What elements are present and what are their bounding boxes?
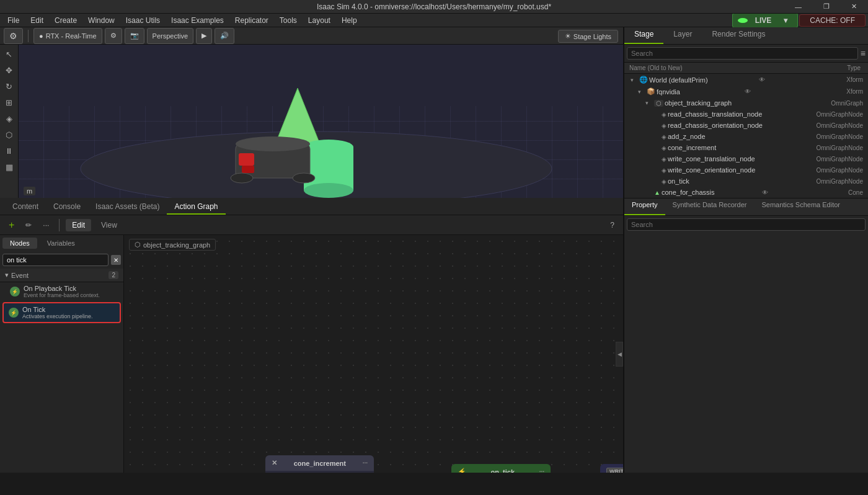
viewport-settings-button[interactable]: ⚙ xyxy=(105,28,122,44)
menu-file[interactable]: File xyxy=(2,15,24,26)
ag-view-tab[interactable]: View xyxy=(95,219,123,231)
property-search-input[interactable] xyxy=(627,218,866,231)
tree-item-write-cone-orientation[interactable]: ◈ write_cone_orientation_node OmniGraphN… xyxy=(624,164,868,176)
ag-canvas[interactable]: ⬡ object_tracking_graph xyxy=(124,235,623,473)
ag-node-on-tick[interactable]: ⚡ On Tick Activates execution pipeline. xyxy=(2,302,121,323)
menu-isaac-examples[interactable]: Isaac Examples xyxy=(166,15,229,26)
node-write-cone-translation[interactable]: WRITE write_cone_translation_node ··· Ex… xyxy=(600,464,623,473)
tree-item-label: on_tick xyxy=(668,177,689,185)
node-cone-increment[interactable]: ✕ cone_increment ··· Value xyxy=(265,455,374,473)
graph-icon: ⬡ xyxy=(135,241,141,249)
stage-lights-button[interactable]: ☀ Stage Lights xyxy=(558,30,618,43)
collapse-sidebar-button[interactable]: ◀ xyxy=(616,342,623,367)
ag-dots-button[interactable]: ··· xyxy=(39,220,53,231)
tab-content[interactable]: Content xyxy=(5,200,46,215)
pause-tool[interactable]: ⏸ xyxy=(2,144,16,158)
viewport: ⚙ ● RTX - Real-Time ⚙ 📷 Perspective ▶ 🔊 xyxy=(0,27,623,198)
tab-render-settings[interactable]: Render Settings xyxy=(702,27,775,44)
maximize-button[interactable]: ❐ xyxy=(812,0,840,13)
camera-button[interactable]: 📷 xyxy=(125,28,144,44)
close-button[interactable]: ✕ xyxy=(840,0,868,13)
tab-isaac-assets[interactable]: Isaac Assets (Beta) xyxy=(88,200,167,215)
visibility-eye[interactable]: 👁 xyxy=(745,88,751,95)
tree-item-write-cone-translation[interactable]: ◈ write_cone_translation_node OmniGraphN… xyxy=(624,153,868,164)
tree-item-label: add_z_node xyxy=(668,133,706,140)
tab-layer[interactable]: Layer xyxy=(663,27,702,44)
perspective-button[interactable]: Perspective xyxy=(147,28,193,44)
ag-add-button[interactable]: + xyxy=(5,218,18,232)
expand-arrow[interactable]: ▾ xyxy=(645,100,653,106)
ag-search-input[interactable] xyxy=(2,254,108,266)
menu-window[interactable]: Window xyxy=(83,15,120,26)
graph-name: object_tracking_graph xyxy=(143,241,210,249)
snap-tool[interactable]: ◈ xyxy=(2,112,16,125)
expand-arrow[interactable]: ▾ xyxy=(631,77,638,83)
viewport-tools-button[interactable]: ⚙ xyxy=(4,28,23,44)
select-tool[interactable]: ↖ xyxy=(2,47,16,61)
tab-semantics-schema[interactable]: Semantics Schema Editor xyxy=(754,198,848,215)
bottom-tabs-bar: Content Console Isaac Assets (Beta) Acti… xyxy=(0,198,623,215)
viewport-toolbar: ⚙ ● RTX - Real-Time ⚙ 📷 Perspective ▶ 🔊 xyxy=(0,27,623,45)
menu-bar: File Edit Create Window Isaac Utils Isaa… xyxy=(0,14,868,27)
tab-property[interactable]: Property xyxy=(624,198,665,215)
ag-node-on-playback-tick[interactable]: ⚡ On Playback Tick Event for frame-based… xyxy=(0,282,123,301)
node-menu[interactable]: ··· xyxy=(363,460,368,466)
rtx-label: RTX - Real-Time xyxy=(46,32,97,40)
visibility-eye[interactable]: 👁 xyxy=(759,76,765,83)
menu-create[interactable]: Create xyxy=(50,15,82,26)
menu-tools[interactable]: Tools xyxy=(275,15,302,26)
menu-help[interactable]: Help xyxy=(337,15,362,26)
tree-item-cone-increment[interactable]: ◈ cone_increment OmniGraphNode xyxy=(624,142,868,153)
tree-header: Name (Old to New) Type xyxy=(624,63,868,74)
visibility-eye[interactable]: 👁 xyxy=(762,189,768,196)
live-chevron[interactable]: ▾ xyxy=(779,15,792,26)
rotate-tool[interactable]: ↻ xyxy=(2,79,16,93)
sidebar-tab-variables[interactable]: Variables xyxy=(40,238,82,249)
tree-item-cone-for-chassis[interactable]: ▲ cone_for_chassis 👁 Cone xyxy=(624,187,868,198)
scale-tool[interactable]: ⊞ xyxy=(2,96,16,109)
ag-category-event[interactable]: ▾ Event 2 xyxy=(0,269,123,282)
tree-item-read-chassis-translation[interactable]: ◈ read_chassis_translation_node OmniGrap… xyxy=(624,109,868,120)
tree-item-on-tick[interactable]: ◈ on_tick OmniGraphNode xyxy=(624,176,868,187)
viewport-extra-button[interactable]: ▶ xyxy=(196,28,212,44)
ag-edit-tab[interactable]: Edit xyxy=(66,219,91,231)
tree-item-fqnvidia[interactable]: ▾ 📦 fqnvidia 👁 Xform xyxy=(624,86,868,97)
ag-help-button[interactable]: ? xyxy=(606,220,618,231)
grid-tool[interactable]: ▦ xyxy=(2,160,16,174)
ag-pencil-button[interactable]: ✏ xyxy=(22,220,35,231)
tree-item-world[interactable]: ▾ 🌐 World (defaultPrim) 👁 Xform xyxy=(624,74,868,86)
stage-search-input[interactable] xyxy=(627,47,858,60)
menu-replicator[interactable]: Replicator xyxy=(230,15,273,26)
minimize-button[interactable]: — xyxy=(784,0,812,13)
menu-isaac-utils[interactable]: Isaac Utils xyxy=(121,15,165,26)
tab-stage[interactable]: Stage xyxy=(624,27,663,44)
node-menu[interactable]: ··· xyxy=(539,468,544,473)
expand-arrow[interactable]: ▾ xyxy=(638,89,645,95)
rtx-mode-button[interactable]: ● RTX - Real-Time xyxy=(33,28,102,44)
sidebar-tab-nodes[interactable]: Nodes xyxy=(2,238,37,249)
audio-button[interactable]: 🔊 xyxy=(215,28,234,44)
tab-console[interactable]: Console xyxy=(46,200,88,215)
menu-edit[interactable]: Edit xyxy=(25,15,48,26)
svg-point-6 xyxy=(236,136,310,151)
tree-item-add-z-node[interactable]: ◈ add_z_node OmniGraphNode xyxy=(624,131,868,142)
tab-synthetic-data[interactable]: Synthetic Data Recorder xyxy=(665,198,755,215)
tree-item-object-tracking-graph[interactable]: ▾ ⬡ object_tracking_graph OmniGraph xyxy=(624,97,868,109)
ag-search-clear[interactable]: ✕ xyxy=(111,255,121,265)
cache-badge[interactable]: CACHE: OFF xyxy=(799,14,866,27)
stage-tree: ▾ 🌐 World (defaultPrim) 👁 Xform ▾ 📦 fqnv… xyxy=(624,74,868,198)
node-on-tick[interactable]: ⚡ on_tick ··· Tick Absolute Simu xyxy=(451,464,551,473)
menu-layout[interactable]: Layout xyxy=(303,15,335,26)
move-tool[interactable]: ✥ xyxy=(2,63,16,77)
node-icon: ⚡ xyxy=(458,468,466,473)
stage-filter-button[interactable]: ≡ xyxy=(861,48,866,58)
settings-icon: ⚙ xyxy=(110,32,117,40)
right-panel: Stage Layer Render Settings ≡ Name (Old … xyxy=(623,27,868,473)
tab-action-graph[interactable]: Action Graph xyxy=(167,200,225,215)
live-indicator xyxy=(738,18,748,23)
tree-item-read-chassis-orientation[interactable]: ◈ read_chassis_orientation_node OmniGrap… xyxy=(624,120,868,131)
node-body: Value xyxy=(265,471,374,473)
node-icon: ◈ xyxy=(662,167,666,174)
physics-tool[interactable]: ⬡ xyxy=(2,128,16,141)
live-badge[interactable]: LIVE ▾ xyxy=(732,13,799,28)
